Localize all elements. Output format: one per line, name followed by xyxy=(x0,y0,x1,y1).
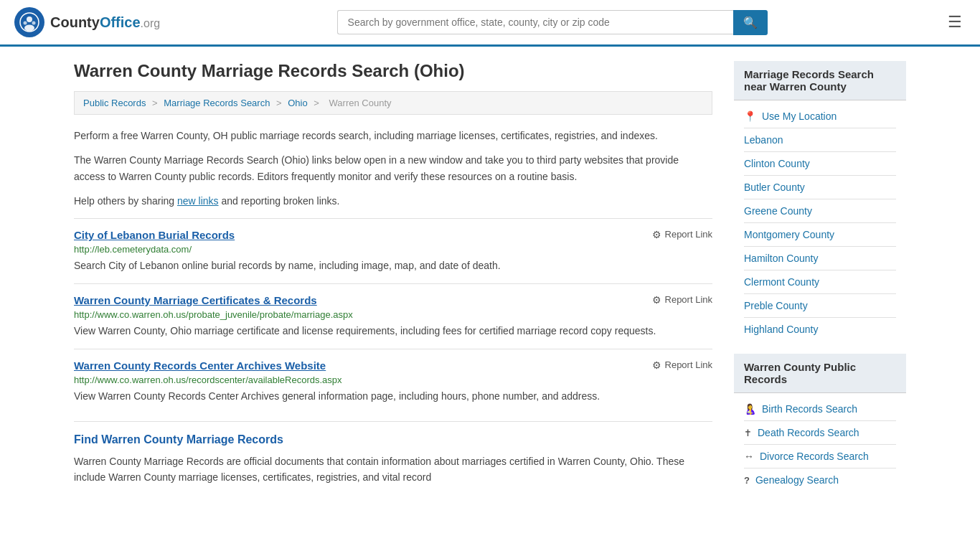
report-link-2[interactable]: ⚙ Report Link xyxy=(652,359,712,371)
record-url-0[interactable]: http://leb.cemeterydata.com/ xyxy=(74,244,712,255)
logo-tld: .org xyxy=(141,17,161,29)
divorce-icon: ↔ xyxy=(744,451,754,462)
report-label-2: Report Link xyxy=(665,359,712,370)
sidebar-link-label-hamilton: Hamilton County xyxy=(744,253,819,264)
record-desc-2: View Warren County Records Center Archiv… xyxy=(74,389,712,404)
report-link-0[interactable]: ⚙ Report Link xyxy=(652,229,712,240)
sidebar-link-label-death: Death Records Search xyxy=(758,427,859,438)
record-desc-0: Search City of Lebanon online burial rec… xyxy=(74,258,712,273)
svg-point-3 xyxy=(24,22,27,25)
record-item-0: City of Lebanon Burial Records ⚙ Report … xyxy=(74,218,712,283)
sidebar-link-label-birth: Birth Records Search xyxy=(762,403,857,415)
menu-button[interactable]: ☰ xyxy=(944,9,966,35)
page-title: Warren County Marriage Records Search (O… xyxy=(74,61,712,81)
svg-point-4 xyxy=(32,22,36,25)
record-item-header-2: Warren County Records Center Archives We… xyxy=(74,359,712,372)
sidebar-link-label-clinton: Clinton County xyxy=(744,158,810,169)
sidebar-link-label-clermont: Clermont County xyxy=(744,276,819,288)
record-title-2[interactable]: Warren County Records Center Archives We… xyxy=(74,359,326,372)
breadcrumb-ohio[interactable]: Ohio xyxy=(288,98,307,108)
sidebar-link-clermont-county[interactable]: Clermont County xyxy=(734,272,906,292)
intro-paragraph-3: Help others by sharing new links and rep… xyxy=(74,193,712,209)
record-title-1[interactable]: Warren County Marriage Certificates & Re… xyxy=(74,294,317,306)
sidebar-link-divorce-records[interactable]: ↔ Divorce Records Search xyxy=(734,446,906,466)
sidebar-public-records-section: Warren County Public Records 🤱 Birth Rec… xyxy=(734,354,906,490)
sidebar-divider-1 xyxy=(744,151,896,152)
intro-paragraph-2: The Warren County Marriage Records Searc… xyxy=(74,152,712,184)
sidebar: Marriage Records Search near Warren Coun… xyxy=(734,61,906,504)
report-icon-1: ⚙ xyxy=(652,294,661,306)
logo-text: CountyOffice.org xyxy=(50,14,160,31)
breadcrumb-sep-2: > xyxy=(276,98,284,108)
intro-p3-suffix: and reporting broken links. xyxy=(219,195,340,207)
sidebar-divider-5 xyxy=(744,246,896,247)
new-links-link[interactable]: new links xyxy=(177,195,219,207)
sidebar-divider-6 xyxy=(744,270,896,270)
sidebar-link-death-records[interactable]: ✝ Death Records Search xyxy=(734,423,906,443)
logo-office: Office xyxy=(100,14,141,30)
sidebar-link-genealogy[interactable]: ? Genealogy Search xyxy=(734,470,906,490)
report-link-1[interactable]: ⚙ Report Link xyxy=(652,294,712,306)
find-title: Find Warren County Marriage Records xyxy=(74,433,712,446)
report-icon-0: ⚙ xyxy=(652,229,661,240)
search-icon: 🔍 xyxy=(743,17,758,29)
search-input[interactable] xyxy=(337,10,733,34)
logo-svg xyxy=(19,12,39,32)
sidebar-link-preble-county[interactable]: Preble County xyxy=(734,296,906,316)
sidebar-link-lebanon[interactable]: Lebanon xyxy=(734,130,906,150)
sidebar-link-label-preble: Preble County xyxy=(744,300,808,311)
breadcrumb-marriage-records[interactable]: Marriage Records Search xyxy=(164,98,270,108)
report-label-0: Report Link xyxy=(665,229,712,240)
sidebar-link-label-butler: Butler County xyxy=(744,182,805,193)
breadcrumb-sep-1: > xyxy=(152,98,160,108)
record-desc-1: View Warren County, Ohio marriage certif… xyxy=(74,324,712,339)
sidebar-link-label-greene: Greene County xyxy=(744,205,812,217)
sidebar-divider-0 xyxy=(744,128,896,128)
search-area: 🔍 xyxy=(337,10,768,35)
breadcrumb-public-records[interactable]: Public Records xyxy=(83,98,146,108)
sidebar-link-label-montgomery: Montgomery County xyxy=(744,229,834,240)
sidebar-link-birth-records[interactable]: 🤱 Birth Records Search xyxy=(734,399,906,419)
sidebar-link-butler-county[interactable]: Butler County xyxy=(734,177,906,197)
genealogy-icon: ? xyxy=(744,475,750,486)
record-url-2[interactable]: http://www.co.warren.oh.us/recordscenter… xyxy=(74,375,712,385)
record-item-1: Warren County Marriage Certificates & Re… xyxy=(74,283,712,349)
sidebar-link-clinton-county[interactable]: Clinton County xyxy=(734,154,906,174)
birth-icon: 🤱 xyxy=(744,403,756,415)
record-item-header-0: City of Lebanon Burial Records ⚙ Report … xyxy=(74,229,712,241)
logo-icon xyxy=(14,7,44,37)
search-button[interactable]: 🔍 xyxy=(733,10,768,35)
report-label-1: Report Link xyxy=(665,294,712,305)
record-item-2: Warren County Records Center Archives We… xyxy=(74,349,712,414)
svg-point-2 xyxy=(24,25,34,32)
sidebar-divider-4 xyxy=(744,222,896,223)
sidebar-divider-pr-0 xyxy=(744,420,896,421)
sidebar-link-hamilton-county[interactable]: Hamilton County xyxy=(734,248,906,268)
intro-paragraph-1: Perform a free Warren County, OH public … xyxy=(74,128,712,143)
report-icon-2: ⚙ xyxy=(652,359,661,371)
sidebar-link-label-lebanon: Lebanon xyxy=(744,134,783,146)
death-icon: ✝ xyxy=(744,428,752,438)
main-container: Warren County Marriage Records Search (O… xyxy=(60,47,920,519)
sidebar-public-records-header: Warren County Public Records xyxy=(734,354,906,393)
sidebar-link-label-highland: Highland County xyxy=(744,324,819,335)
find-desc: Warren County Marriage Records are offic… xyxy=(74,453,712,486)
intro-p3-prefix: Help others by sharing xyxy=(74,195,177,207)
breadcrumb-warren-county: Warren County xyxy=(329,98,392,108)
record-item-header-1: Warren County Marriage Certificates & Re… xyxy=(74,294,712,306)
sidebar-link-highland-county[interactable]: Highland County xyxy=(734,319,906,339)
header: CountyOffice.org 🔍 ☰ xyxy=(0,0,980,47)
sidebar-divider-7 xyxy=(744,293,896,294)
breadcrumb-sep-3: > xyxy=(314,98,321,108)
sidebar-use-my-location[interactable]: 📍 Use My Location xyxy=(734,106,906,126)
record-url-1[interactable]: http://www.co.warren.oh.us/probate_juven… xyxy=(74,309,712,320)
svg-point-1 xyxy=(27,17,32,22)
sidebar-link-montgomery-county[interactable]: Montgomery County xyxy=(734,225,906,245)
sidebar-divider-pr-2 xyxy=(744,468,896,468)
sidebar-link-greene-county[interactable]: Greene County xyxy=(734,201,906,221)
sidebar-link-label-genealogy: Genealogy Search xyxy=(755,474,839,486)
record-title-0[interactable]: City of Lebanon Burial Records xyxy=(74,229,235,241)
location-icon: 📍 xyxy=(744,110,756,122)
sidebar-nearby-section: Marriage Records Search near Warren Coun… xyxy=(734,61,906,339)
sidebar-divider-3 xyxy=(744,199,896,199)
